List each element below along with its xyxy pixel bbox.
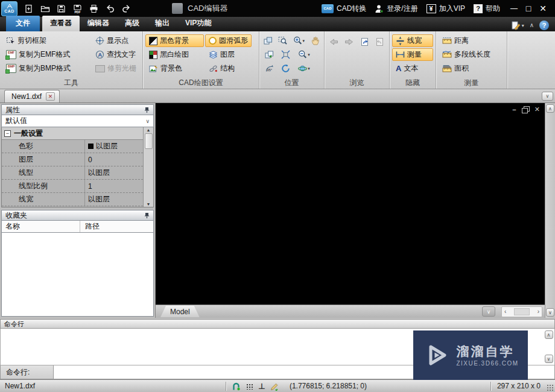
tab-editor[interactable]: 编辑器: [80, 16, 117, 31]
mdi-restore-button[interactable]: [522, 108, 528, 113]
background-color-button[interactable]: 背景色: [145, 62, 204, 75]
measure-polyline-length-button[interactable]: 多段线长度: [439, 48, 504, 61]
property-row-layer[interactable]: 图层 0: [2, 153, 143, 166]
undo-button[interactable]: [102, 1, 118, 16]
scroll-up-button[interactable]: ∧: [545, 330, 553, 339]
hide-lineweight-toggle[interactable]: 线宽: [392, 34, 433, 47]
resize-grip[interactable]: [547, 384, 554, 391]
property-value: 0: [85, 153, 143, 166]
black-background-toggle[interactable]: 黑色背景: [145, 34, 204, 47]
paste-region-button[interactable]: [262, 48, 277, 61]
maximize-button[interactable]: □: [521, 2, 536, 15]
tab-list-dropdown-button[interactable]: ∨: [542, 92, 553, 101]
find-text-button[interactable]: A 查找文字: [92, 48, 140, 61]
scroll-down-button[interactable]: ∨: [546, 308, 554, 317]
property-row-linetype[interactable]: 线型 以图层: [2, 166, 143, 180]
object-snap-icon[interactable]: [232, 382, 241, 391]
mdi-close-button[interactable]: ✕: [534, 106, 540, 113]
back-button[interactable]: [327, 36, 341, 48]
layers-button[interactable]: 图层: [205, 48, 252, 61]
mdi-minimize-button[interactable]: −: [512, 106, 516, 113]
command-scrollbar[interactable]: ∧ ∨: [544, 330, 553, 363]
collapse-ribbon-button[interactable]: ∧: [530, 22, 534, 28]
document-close-button[interactable]: ✕: [46, 92, 55, 101]
scroll-up-icon[interactable]: ▲: [147, 128, 151, 132]
show-points-button[interactable]: 显示点: [92, 34, 140, 47]
previous-view-button[interactable]: [358, 36, 372, 48]
properties-scrollbar[interactable]: ▲ ▼: [143, 127, 153, 207]
grid-toggle-icon[interactable]: [246, 383, 253, 390]
pan-button[interactable]: [308, 34, 322, 47]
preset-combobox[interactable]: 默认值 ∨: [1, 115, 154, 127]
zoom-extents-button[interactable]: [278, 48, 293, 61]
bw-drawing-button[interactable]: 黑白绘图: [145, 48, 204, 61]
scroll-up-button[interactable]: ∧: [546, 104, 554, 113]
text-a-icon: A: [396, 65, 401, 72]
join-vip-link[interactable]: ¥ 加入VIP: [427, 4, 465, 14]
refresh-view-button[interactable]: [278, 62, 293, 75]
pin-icon[interactable]: [144, 212, 150, 219]
favorites-column-path[interactable]: 路径: [80, 221, 100, 232]
copy-as-emf-button[interactable]: EMF 复制为EMF格式: [2, 48, 90, 61]
property-row-color[interactable]: 色彩 以图层: [2, 140, 143, 153]
help-link[interactable]: ? 帮助: [474, 4, 500, 14]
tab-vip-features[interactable]: VIP功能: [177, 16, 219, 31]
zoom-in-button[interactable]: ▾: [290, 34, 307, 47]
scroll-right-icon[interactable]: ›: [538, 308, 539, 315]
structure-button[interactable]: 结构: [205, 62, 252, 75]
scrollbar-thumb[interactable]: [514, 308, 530, 315]
ortho-toggle-icon[interactable]: ⊥: [258, 382, 265, 390]
forward-button[interactable]: [342, 36, 356, 48]
scroll-down-button[interactable]: ∨: [545, 355, 553, 363]
next-view-button[interactable]: [373, 36, 387, 48]
pin-icon[interactable]: [144, 107, 150, 113]
scrollbar-thumb[interactable]: [145, 133, 153, 149]
rotate-angle-button[interactable]: 35°: [262, 62, 277, 75]
property-row-linetype-scale[interactable]: 线型比例 1: [2, 180, 143, 193]
redo-button[interactable]: [118, 1, 135, 16]
document-tab-new1[interactable]: New1.dxf ✕: [4, 90, 60, 103]
scroll-down-icon[interactable]: ▼: [147, 202, 151, 206]
copy-as-bmp-button[interactable]: BMP 复制为BMP格式: [2, 62, 90, 75]
next-view-icon: [375, 37, 384, 46]
tab-file[interactable]: 文件: [6, 16, 40, 31]
measure-distance-button[interactable]: 距离: [439, 34, 504, 47]
ribbon-help-button[interactable]: ?: [539, 21, 549, 30]
tab-output[interactable]: 输出: [147, 16, 177, 31]
property-row-lineweight[interactable]: 线宽 以图层: [2, 193, 143, 206]
drawing-canvas[interactable]: − ✕: [156, 103, 545, 305]
vertical-scrollbar[interactable]: ∧ ∨: [545, 103, 555, 318]
favorites-column-name[interactable]: 名称: [2, 221, 80, 232]
login-register-link[interactable]: 登录/注册: [375, 4, 417, 14]
trim-raster-button[interactable]: 修剪光栅: [92, 62, 140, 75]
copy-region-button[interactable]: [262, 34, 275, 47]
save-button[interactable]: [53, 1, 69, 16]
tab-viewer[interactable]: 查看器: [42, 16, 80, 31]
orbit-button[interactable]: ▾: [294, 62, 314, 75]
collapse-group-icon[interactable]: −: [4, 130, 11, 137]
layout-dropdown-button[interactable]: ∨: [482, 306, 495, 317]
cad-convert-link[interactable]: CAD CAD转换: [322, 4, 366, 14]
hide-measure-toggle[interactable]: 测量: [392, 48, 433, 61]
annotate-button[interactable]: ▾: [511, 21, 524, 30]
open-file-button[interactable]: [37, 1, 53, 16]
zoom-out-button[interactable]: ▾: [294, 48, 314, 61]
tab-advanced[interactable]: 高级: [117, 16, 147, 31]
print-button[interactable]: [86, 1, 102, 16]
model-tab[interactable]: Model: [160, 306, 200, 317]
measure-area-button[interactable]: 面积: [439, 62, 504, 75]
favorites-list[interactable]: [1, 233, 154, 317]
minimize-button[interactable]: —: [507, 2, 521, 15]
save-as-pdf-button[interactable]: PDF: [69, 1, 86, 16]
hide-text-toggle[interactable]: A 文本: [392, 62, 433, 75]
property-group-general[interactable]: − 一般设置: [2, 127, 143, 140]
draw-mode-icon[interactable]: [270, 382, 279, 391]
favorites-column-headers: 名称 路径: [1, 221, 154, 233]
horizontal-scrollbar[interactable]: ‹ ›: [501, 306, 542, 317]
zoom-window-button[interactable]: [276, 34, 290, 47]
clip-frame-button[interactable]: 剪切框架: [2, 34, 90, 47]
close-button[interactable]: ✕: [536, 2, 550, 15]
new-file-button[interactable]: [21, 1, 37, 16]
scroll-left-icon[interactable]: ‹: [504, 308, 506, 315]
smooth-arc-toggle[interactable]: 圆滑弧形: [205, 34, 252, 47]
